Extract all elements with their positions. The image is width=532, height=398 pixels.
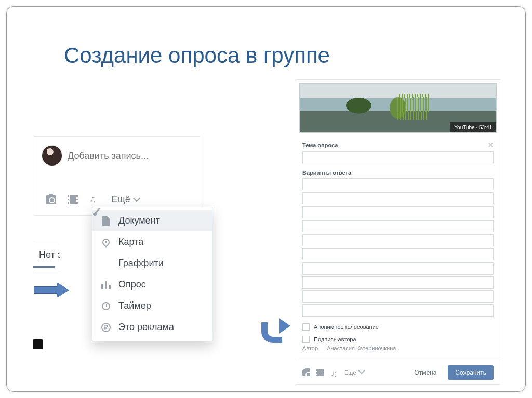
poll-option-input[interactable] xyxy=(302,206,494,218)
dropdown-label: Граффити xyxy=(118,258,164,269)
map-pin-icon xyxy=(101,237,111,248)
dropdown-label: Документ xyxy=(118,215,160,226)
poll-option-input[interactable] xyxy=(302,304,494,317)
pointer-arrow-left xyxy=(34,283,70,297)
poll-option-input[interactable] xyxy=(302,192,494,204)
avatar[interactable] xyxy=(42,145,62,166)
poll-form-panel: YouTube · 53:41 Тема опроса ✕ Варианты о… xyxy=(296,79,500,385)
attached-video-thumb[interactable]: YouTube · 53:41 xyxy=(299,83,497,133)
poll-options-label: Варианты ответа xyxy=(302,170,351,176)
poll-icon xyxy=(101,280,111,290)
tab-underline xyxy=(33,266,55,268)
save-button[interactable]: Сохранить xyxy=(448,365,494,380)
chevron-down-icon xyxy=(358,367,365,374)
dropdown-item-ad[interactable]: ₽ Это реклама xyxy=(92,317,212,338)
more-label-text: Ещё xyxy=(111,194,130,204)
dropdown-item-graffiti[interactable]: Граффити xyxy=(92,253,212,274)
composer-panel: Ещё Документ Карта Граффити Опрос xyxy=(34,136,200,216)
form-footer: Ещё Отмена Сохранить xyxy=(296,361,500,384)
dropdown-item-poll[interactable]: Опрос xyxy=(92,274,212,295)
document-icon xyxy=(101,216,111,226)
signature-label: Подпись автора xyxy=(314,336,356,342)
clock-icon xyxy=(101,301,111,311)
dropdown-label: Карта xyxy=(118,237,143,248)
author-line: Автор — Анастасия Катериночкина xyxy=(302,345,494,351)
music-icon[interactable] xyxy=(330,369,338,376)
pointer-arrow-right xyxy=(261,315,299,344)
dropdown-item-timer[interactable]: Таймер xyxy=(92,295,212,317)
attach-dropdown: Документ Карта Граффити Опрос Таймер ₽ Э… xyxy=(92,207,212,341)
chevron-down-icon xyxy=(133,195,140,202)
camera-icon[interactable] xyxy=(302,369,310,376)
dropdown-label: Таймер xyxy=(118,300,151,311)
poll-topic-input[interactable] xyxy=(302,151,494,163)
poll-option-input[interactable] xyxy=(302,248,494,260)
anonymous-label: Анонимное голосование xyxy=(314,324,379,330)
ruble-icon: ₽ xyxy=(101,322,111,333)
more-dropdown-trigger[interactable]: Ещё xyxy=(111,194,139,205)
cropped-element xyxy=(33,339,43,349)
post-input[interactable] xyxy=(68,150,191,161)
poll-option-input[interactable] xyxy=(302,178,494,190)
brush-icon xyxy=(101,258,111,269)
poll-option-input[interactable] xyxy=(302,234,494,246)
signature-checkbox-row[interactable]: Подпись автора xyxy=(302,336,494,343)
slide-frame: Создание опроса в группе Ещё Документ xyxy=(6,6,526,392)
checkbox-icon xyxy=(302,336,310,343)
video-icon[interactable] xyxy=(68,195,78,204)
poll-topic-label: Тема опроса xyxy=(302,142,338,148)
poll-option-input[interactable] xyxy=(302,220,494,232)
more-dropdown-trigger[interactable]: Ещё xyxy=(344,369,364,376)
poll-option-input[interactable] xyxy=(302,290,494,303)
video-duration-badge: YouTube · 53:41 xyxy=(450,122,496,132)
slide-title: Создание опроса в группе xyxy=(64,43,330,68)
close-icon[interactable]: ✕ xyxy=(488,141,494,149)
camera-icon[interactable] xyxy=(46,195,56,204)
checkbox-icon xyxy=(302,323,310,331)
poll-option-input[interactable] xyxy=(302,276,494,289)
cancel-button[interactable]: Отмена xyxy=(409,366,442,379)
dropdown-label: Опрос xyxy=(118,279,146,290)
poll-option-input[interactable] xyxy=(302,262,494,275)
dropdown-label: Это реклама xyxy=(118,322,174,333)
dropdown-item-map[interactable]: Карта xyxy=(92,231,212,253)
composer-box: Ещё xyxy=(34,136,200,216)
music-icon[interactable] xyxy=(89,195,100,204)
anonymous-checkbox-row[interactable]: Анонимное голосование xyxy=(302,323,494,331)
dropdown-item-document[interactable]: Документ xyxy=(92,210,212,231)
video-icon[interactable] xyxy=(316,369,324,376)
